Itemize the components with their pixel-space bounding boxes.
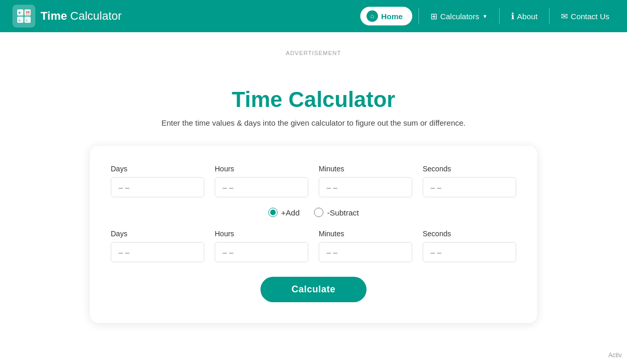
add-radio[interactable]	[268, 208, 278, 217]
calculate-button[interactable]: Calculate	[260, 277, 367, 302]
nav-divider-3	[549, 8, 550, 24]
contact-button[interactable]: ✉ Contact Us	[556, 8, 615, 25]
logo-text: Time Calculator	[41, 9, 122, 23]
days-label-2: Days	[111, 230, 204, 238]
hours-label-2: Hours	[215, 230, 308, 238]
svg-text:+: +	[18, 10, 21, 16]
subtract-radio[interactable]	[314, 208, 323, 217]
hours-label-1: Hours	[215, 165, 308, 173]
seconds-label-1: Seconds	[423, 165, 516, 173]
logo: + ⏰ × = Time Calculator	[12, 5, 360, 28]
contact-icon: ✉	[561, 11, 568, 21]
calculators-button[interactable]: ⊞ Calculators ▼	[425, 8, 493, 25]
nav-divider-2	[499, 8, 500, 24]
logo-strong: Time	[41, 9, 67, 22]
minutes-input-2[interactable]	[319, 242, 412, 262]
svg-text:⏰: ⏰	[25, 11, 30, 16]
field-minutes-1: Minutes	[319, 165, 412, 197]
seconds-input-1[interactable]	[423, 177, 516, 197]
field-days-2: Days	[111, 230, 204, 262]
fields-row-1: Days Hours Minutes Seconds	[111, 165, 516, 197]
calculate-button-wrap: Calculate	[111, 277, 516, 302]
days-label-1: Days	[111, 165, 204, 173]
home-button[interactable]: ⌂ Home	[360, 7, 412, 25]
fields-row-2: Days Hours Minutes Seconds	[111, 230, 516, 262]
contact-label: Contact Us	[571, 12, 609, 21]
page-subtitle: Enter the time values & days into the gi…	[0, 118, 627, 127]
minutes-label-1: Minutes	[319, 165, 412, 173]
field-hours-1: Hours	[215, 165, 308, 197]
days-input-1[interactable]	[111, 177, 204, 197]
minutes-input-1[interactable]	[319, 177, 412, 197]
field-seconds-2: Seconds	[423, 230, 516, 262]
add-label: +Add	[281, 208, 299, 217]
main-content: ADVERTISEMENT Time Calculator Enter the …	[0, 32, 627, 364]
field-minutes-2: Minutes	[319, 230, 412, 262]
about-label: About	[517, 12, 538, 21]
hours-input-2[interactable]	[215, 242, 308, 262]
calculator-card: Days Hours Minutes Seconds +Add	[90, 146, 537, 323]
calculators-dropdown-icon: ▼	[482, 14, 488, 19]
advertisement-label: ADVERTISEMENT	[0, 43, 627, 56]
field-seconds-1: Seconds	[423, 165, 516, 197]
svg-text:=: =	[25, 19, 28, 22]
footer-active: Activ	[608, 352, 622, 359]
subtract-option[interactable]: -Subtract	[314, 208, 359, 217]
seconds-input-2[interactable]	[423, 242, 516, 262]
about-icon: ℹ	[511, 11, 514, 22]
navbar: + ⏰ × = Time Calculator ⌂ Home ⊞ Calcula…	[0, 0, 627, 32]
seconds-label-2: Seconds	[423, 230, 516, 238]
calculators-icon: ⊞	[430, 11, 437, 21]
field-hours-2: Hours	[215, 230, 308, 262]
nav-links: ⌂ Home ⊞ Calculators ▼ ℹ About ✉ Contact…	[360, 7, 615, 25]
operation-row: +Add -Subtract	[111, 208, 516, 217]
minutes-label-2: Minutes	[319, 230, 412, 238]
hours-input-1[interactable]	[215, 177, 308, 197]
subtract-label: -Subtract	[327, 208, 359, 217]
page-title: Time Calculator	[0, 87, 627, 112]
logo-rest: Calculator	[67, 9, 122, 22]
home-icon: ⌂	[367, 10, 378, 22]
field-days-1: Days	[111, 165, 204, 197]
about-button[interactable]: ℹ About	[506, 7, 543, 25]
calculators-label: Calculators	[440, 12, 479, 21]
logo-icon: + ⏰ × =	[12, 5, 35, 28]
add-option[interactable]: +Add	[268, 208, 299, 217]
home-label: Home	[381, 12, 403, 21]
nav-divider-1	[419, 8, 419, 24]
days-input-2[interactable]	[111, 242, 204, 262]
svg-text:×: ×	[18, 18, 21, 23]
